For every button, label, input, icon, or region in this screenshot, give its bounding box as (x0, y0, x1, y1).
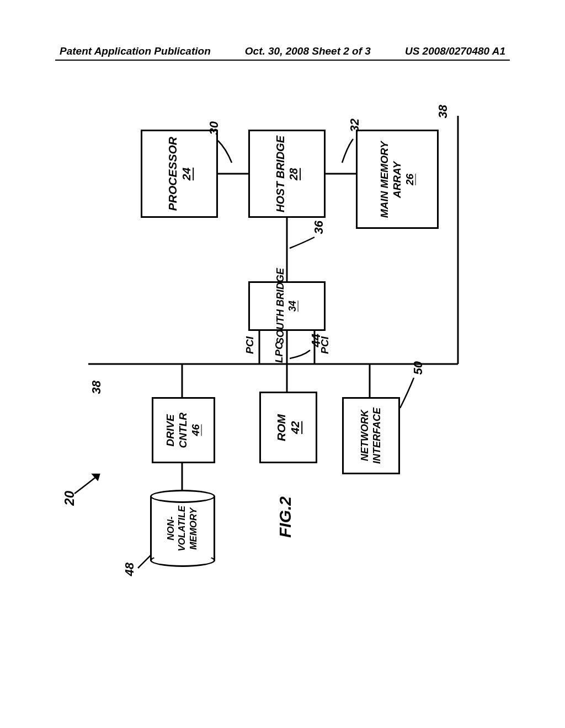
nv-label3: MEMORY (188, 506, 199, 552)
rom-label: ROM (274, 414, 288, 441)
nv-label2: VOLATILE (177, 506, 188, 552)
host-bridge-block: HOST BRIDGE 28 (248, 130, 326, 218)
bus-label-pci-left: PCI (244, 336, 256, 354)
processor-label: PROCESSOR (166, 137, 179, 211)
south-bridge-ref: 34 (287, 268, 299, 344)
callout-net: 50 (411, 361, 425, 374)
host-bridge-ref: 28 (287, 136, 300, 212)
rom-ref: 42 (289, 414, 302, 441)
header-rule (55, 60, 510, 61)
figure-caption-text: FIG.2 (276, 496, 295, 538)
header-right: US 2008/0270480 A1 (405, 45, 505, 57)
host-bridge-label: HOST BRIDGE (274, 136, 287, 212)
network-interface-block: NETWORK INTERFACE (342, 397, 400, 474)
rom-block: ROM 42 (259, 392, 317, 463)
netif-label2: INTERFACE (371, 408, 383, 464)
callout-pci-right: 38 (436, 105, 450, 118)
main-memory-label1: MAIN MEMORY (379, 141, 391, 218)
drive-cntlr-block: DRIVE CNTLR 46 (152, 397, 215, 463)
netif-label1: NETWORK (359, 408, 371, 464)
main-memory-block: MAIN MEMORY ARRAY 26 (356, 130, 439, 229)
svg-marker-11 (93, 474, 99, 480)
nv-label1: NON- (166, 506, 177, 552)
drive-cntlr-label2: CNTLR (177, 413, 190, 448)
bus-label-pci-right: PCI (319, 336, 331, 354)
header-mid: Oct. 30, 2008 Sheet 2 of 3 (245, 45, 371, 57)
bus-label-lpc: LPC (273, 342, 285, 363)
main-memory-label2: ARRAY (391, 141, 404, 218)
page-header: Patent Application Publication Oct. 30, … (0, 45, 565, 57)
processor-block: PROCESSOR 24 (141, 130, 218, 218)
header-left: Patent Application Publication (60, 45, 211, 57)
figure-caption: FIG.2 (276, 496, 295, 542)
nv-memory-cylinder: NON- VOLATILE MEMORY (150, 490, 215, 567)
callout-mem-bus: 32 (348, 119, 362, 132)
callout-pci-left: 38 (89, 381, 104, 394)
south-bridge-block: SOUTH BRIDGE 34 (248, 281, 326, 331)
main-memory-ref: 26 (403, 141, 416, 218)
block-diagram: PROCESSOR 24 HOST BRIDGE 28 MAIN MEMORY … (55, 99, 510, 607)
processor-ref: 24 (179, 137, 193, 211)
drive-cntlr-ref: 46 (190, 413, 202, 448)
callout-nv: 48 (122, 563, 137, 576)
callout-proc-bus: 30 (207, 121, 221, 135)
south-bridge-label: SOUTH BRIDGE (275, 268, 287, 344)
callout-system: 20 (62, 491, 77, 506)
drive-cntlr-label1: DRIVE (164, 413, 177, 448)
callout-hub-link: 36 (312, 221, 326, 234)
